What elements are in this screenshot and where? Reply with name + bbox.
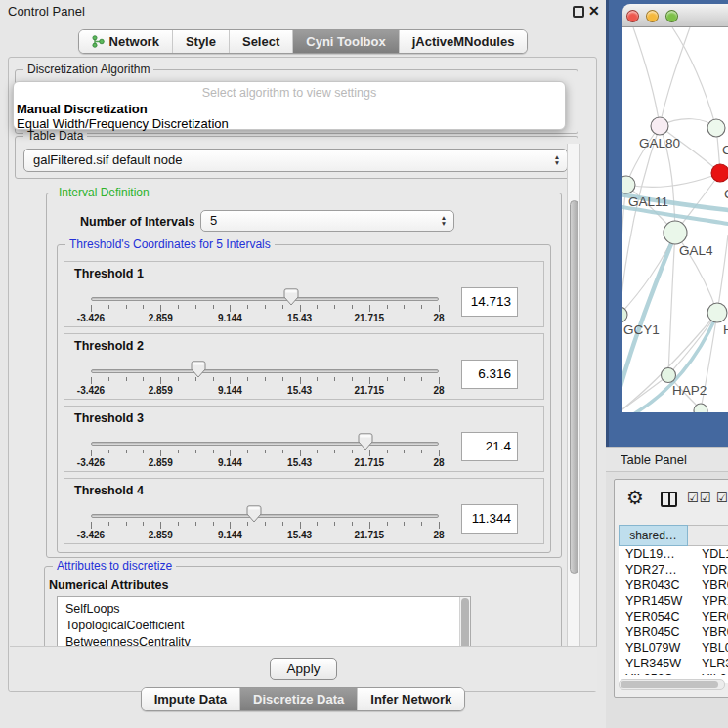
table-row[interactable]: YBR045CYBR0 (619, 624, 728, 640)
node-label: C (724, 187, 728, 201)
network-window-titlebar[interactable] (622, 4, 728, 27)
group-title: Attributes to discretize (53, 559, 176, 573)
threshold-value-field[interactable]: 21.4 (461, 432, 518, 461)
slider-tick-label: -3.426 (77, 530, 105, 540)
slider-tick (230, 522, 231, 529)
tab-jactivemnodules[interactable]: jActiveMNodules (399, 30, 528, 53)
zoom-traffic-light-icon[interactable] (665, 10, 678, 22)
table-row[interactable]: YBL079WYBL0 (619, 640, 728, 656)
tab-discretize-data[interactable]: Discretize Data (239, 688, 357, 710)
bottom-node[interactable] (694, 404, 707, 412)
algorithm-option[interactable]: Equal Width/Frequency Discretization (17, 116, 562, 131)
threshold-slider-handle[interactable] (191, 361, 206, 378)
threshold-value-field[interactable]: 14.713 (461, 287, 518, 317)
slider-tick (369, 450, 370, 456)
GCY1-node[interactable] (622, 307, 627, 322)
slider-tick (195, 450, 196, 453)
H-node[interactable] (707, 303, 727, 322)
close-traffic-light-icon[interactable] (626, 10, 639, 22)
threshold-value-field[interactable]: 6.316 (461, 360, 518, 389)
slider-tick (439, 450, 440, 456)
table-data-combobox[interactable]: galFiltered.sif default node ▲▼ (23, 149, 568, 172)
slider-tick-label: 9.144 (218, 457, 242, 468)
slider-tick (178, 377, 179, 381)
slider-tick (334, 450, 335, 453)
slider-tick (108, 305, 109, 309)
slider-tick (230, 450, 231, 456)
column-header-name[interactable]: n (688, 525, 728, 546)
slider-tick (317, 522, 318, 526)
cell-shared-name: YBR045C (619, 624, 697, 640)
minimize-traffic-light-icon[interactable] (646, 10, 659, 22)
tab-label: Select (242, 34, 279, 49)
tab-infer-network[interactable]: Infer Network (357, 688, 464, 710)
GAL4-node[interactable] (664, 221, 687, 244)
slider-tick (421, 377, 422, 381)
split-columns-icon[interactable] (661, 492, 677, 507)
threshold-slider-handle[interactable] (358, 433, 373, 450)
combo-stepper-icon[interactable]: ▲▼ (549, 150, 565, 170)
table-row[interactable]: YDL19…YDL1 (619, 546, 728, 562)
red-node[interactable] (711, 164, 728, 182)
cell-name: YBR0 (697, 624, 728, 640)
slider-tick (91, 377, 92, 384)
slider-tick (439, 305, 440, 312)
slider-tick (195, 522, 196, 526)
G-node[interactable] (707, 119, 725, 137)
table-row[interactable]: YDR27…YDR2 (619, 562, 728, 578)
float-window-icon[interactable] (573, 6, 584, 18)
number-of-intervals-combobox[interactable]: 5 ▲▼ (200, 210, 454, 232)
table-row[interactable]: YER054CYER0 (619, 609, 728, 624)
table-data-group: Table Data galFiltered.sif default node … (15, 136, 578, 179)
attribute-item[interactable]: TopologicalCoefficient (58, 618, 470, 634)
GAL11-node[interactable] (622, 176, 635, 193)
network-icon (92, 35, 105, 48)
threshold-slider-track[interactable] (91, 297, 439, 301)
gear-icon[interactable]: ⚙ (626, 486, 644, 509)
slider-tick-label: 21.715 (355, 385, 385, 396)
attribute-item[interactable]: SelfLoops (58, 601, 470, 618)
table-row[interactable]: YPR145WYPR1 (619, 593, 728, 609)
select-columns-icon[interactable]: ☑☑ ☑ (687, 491, 728, 505)
panel-scrollbar[interactable] (567, 144, 580, 646)
threshold-slider-handle[interactable] (246, 505, 262, 523)
column-header-shared-name[interactable]: shared… (619, 525, 688, 546)
GAL80-neighbor[interactable] (651, 117, 668, 135)
node-label: G (722, 143, 728, 157)
HAP2-node[interactable] (662, 368, 676, 383)
tab-impute-data[interactable]: Impute Data (142, 688, 239, 710)
apply-button[interactable]: Apply (270, 658, 338, 680)
threshold-slider-handle[interactable] (283, 288, 299, 306)
table-hscrollbar[interactable] (619, 679, 725, 690)
slider-tick (247, 450, 248, 453)
panel-scrollbar-thumb[interactable] (570, 200, 578, 574)
tab-select[interactable]: Select (229, 30, 292, 53)
tab-cyni-toolbox[interactable]: Cyni Toolbox (292, 30, 398, 53)
slider-tick (230, 305, 231, 312)
close-icon[interactable]: ✕ (588, 3, 600, 19)
slider-tick-label: 2.859 (149, 385, 173, 396)
tab-style[interactable]: Style (172, 30, 229, 53)
network-canvas[interactable]: GAL80GCGAL11GAL4GCY1HHAP2 (622, 27, 728, 412)
tab-network[interactable]: Network (79, 30, 172, 53)
threshold-label: Threshold 3 (74, 411, 144, 425)
slider-tick (317, 377, 318, 381)
table-row[interactable]: YIL052CYIL0 (619, 671, 728, 675)
table-row[interactable]: YLR345WYLR3 (619, 656, 728, 671)
threshold-slider-track[interactable] (91, 514, 439, 518)
cell-name: YBL0 (697, 640, 728, 656)
cell-name: YIL0 (697, 671, 728, 675)
threshold-slider-track[interactable] (91, 369, 439, 373)
combo-stepper-icon[interactable]: ▲▼ (436, 212, 451, 230)
slider-tick (126, 377, 127, 381)
algorithm-option[interactable]: Manual Discretization (17, 102, 562, 116)
table-row[interactable]: YBR043CYBR0 (619, 578, 728, 593)
slider-tick (160, 377, 161, 384)
slider-tick (126, 305, 127, 309)
table-panel-title: Table Panel (621, 452, 687, 467)
threshold-value-field[interactable]: 11.344 (461, 504, 518, 534)
node-label: GCY1 (623, 322, 660, 337)
table-hscrollbar-thumb[interactable] (621, 681, 718, 688)
threshold-slider-track[interactable] (91, 442, 439, 446)
slider-tick-label: -3.426 (77, 457, 105, 468)
